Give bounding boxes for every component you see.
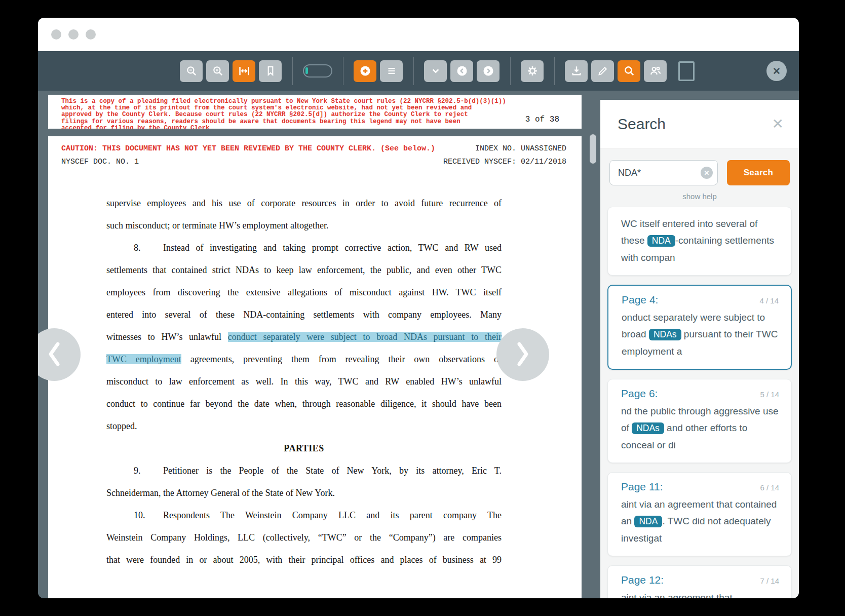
doc-text: Respondents The Weinstein Company LLC an… [163, 510, 502, 520]
clear-search-icon[interactable]: ✕ [701, 167, 713, 179]
search-panel-header: Search ✕ [600, 100, 799, 149]
paragraph-number: 8. [106, 237, 163, 259]
doc-line: conduct to continue far beyond the date … [106, 393, 502, 415]
doc-line: 10.Respondents The Weinstein Company LLC… [106, 504, 502, 526]
show-help-link[interactable]: show help [600, 192, 799, 201]
doc-line: stopped. [106, 415, 502, 437]
doc-line: TWC employment agreements, preventing th… [106, 348, 502, 370]
download-icon [570, 64, 583, 78]
search-result-card[interactable]: Page 12:7 / 14aint via an agreement that [607, 565, 792, 598]
toolbar-separator [413, 57, 414, 85]
document-scrollbar-thumb[interactable] [590, 134, 596, 164]
caution-line: CAUTION: THIS DOCUMENT HAS NOT YET BEEN … [61, 142, 435, 156]
edit-pencil-button[interactable] [591, 60, 614, 82]
match-badge: NDA [634, 516, 662, 527]
efiling-disclaimer: This is a copy of a pleading filed elect… [48, 95, 582, 129]
search-input-wrap: ✕ [609, 160, 718, 185]
next-circle-button[interactable] [477, 60, 500, 82]
result-snippet: WC itself entered into several of these … [621, 215, 779, 266]
result-count: 4 / 14 [759, 296, 779, 305]
toolbar: ✕ [38, 51, 799, 91]
bookmark-icon [264, 64, 277, 78]
add-icon [359, 64, 372, 78]
viewer-close-button[interactable]: ✕ [766, 61, 787, 81]
doc-text: agreements, preventing them from reveali… [181, 354, 502, 364]
paragraph-number: 10. [106, 504, 163, 526]
zoom-out-icon [185, 64, 198, 78]
search-result-card[interactable]: Page 6:5 / 14nd the public through aggre… [607, 379, 792, 463]
doc-text: witnesses to HW’s unlawful [106, 332, 228, 342]
zoom-in-icon [211, 64, 224, 78]
result-count: 6 / 14 [760, 483, 779, 492]
doc-text: Weinstein Company Holdings, LLC (collect… [106, 532, 502, 543]
zoom-out-button[interactable] [180, 60, 203, 82]
doc-text: settlements that contained strict NDAs t… [106, 265, 502, 275]
next-page-button[interactable] [496, 328, 549, 381]
list-button[interactable] [380, 60, 403, 82]
toolbar-separator [292, 57, 293, 85]
chevron-right-icon [514, 341, 531, 369]
users-icon [649, 64, 662, 78]
doc-text: Schneiderman, the Attorney General of th… [106, 488, 335, 498]
result-page-label: Page 6: [621, 388, 658, 400]
search-panel: Search ✕ ✕ Search show help WC itself en… [600, 100, 799, 598]
doc-line: supervise employees and his use of corpo… [106, 192, 502, 214]
window-control-close[interactable] [51, 29, 61, 40]
page-outline-icon [678, 61, 695, 81]
match-badge: NDA [647, 235, 675, 247]
settings-gear-icon [526, 64, 539, 78]
prev-circle-button[interactable] [450, 60, 473, 82]
search-button[interactable] [618, 60, 640, 82]
search-result-card[interactable]: WC itself entered into several of these … [607, 207, 792, 276]
window-control-minimize[interactable] [68, 29, 79, 40]
search-highlight: conduct separately were subject to broad… [228, 332, 502, 342]
settings-gear-button[interactable] [521, 60, 544, 82]
search-highlight: TWC employment [106, 354, 181, 364]
doc-section-heading: PARTIES [106, 437, 502, 459]
document-page-header: CAUTION: THIS DOCUMENT HAS NOT YET BEEN … [48, 136, 582, 169]
index-number: INDEX NO. UNASSIGNED [475, 142, 566, 156]
doc-line: settlements that contained strict NDAs t… [106, 259, 502, 281]
search-panel-close-button[interactable]: ✕ [772, 117, 784, 131]
doc-number: NYSCEF DOC. NO. 1 [61, 156, 139, 169]
search-results-list: WC itself entered into several of these … [600, 207, 799, 598]
result-card-header: Page 4:4 / 14 [622, 294, 779, 306]
zoom-in-button[interactable] [206, 60, 229, 82]
toolbar-separator [554, 57, 555, 85]
result-page-label: Page 11: [621, 481, 663, 493]
chevron-down-button[interactable] [424, 60, 447, 82]
doc-text: entered into several of these NDA-contai… [106, 310, 502, 320]
result-card-header: Page 6:5 / 14 [621, 388, 779, 400]
search-result-card[interactable]: Page 11:6 / 14aint via an agreement that… [607, 472, 792, 556]
doc-line: misconduct to law enforcement as well. I… [106, 370, 502, 393]
result-snippet: nd the public through aggressive use of … [621, 403, 779, 453]
window-controls [51, 29, 96, 40]
search-panel-title: Search [618, 115, 666, 133]
add-button[interactable] [354, 60, 376, 82]
content-area: This is a copy of a pleading filed elect… [38, 91, 799, 598]
page-indicator: 3 of 38 [525, 115, 559, 124]
doc-text: Petitioner is the People of the State of… [163, 466, 502, 476]
bookmark-button[interactable] [259, 60, 282, 82]
progress-pill-toggle[interactable] [303, 64, 332, 78]
pill-tick-mark [305, 67, 308, 74]
doc-line: Schneiderman, the Attorney General of th… [106, 482, 502, 504]
search-button[interactable]: Search [727, 160, 790, 185]
snippet-text: aint via an agreement that [621, 592, 733, 598]
toolbar-separator [510, 57, 511, 85]
toolbar-separator [343, 57, 343, 85]
result-card-header: Page 12:7 / 14 [621, 574, 779, 586]
search-result-card[interactable]: Page 4:4 / 14onduct separately were subj… [607, 285, 792, 370]
toolbar-items [180, 57, 695, 85]
users-button[interactable] [644, 60, 667, 82]
window-control-zoom[interactable] [86, 29, 96, 40]
download-button[interactable] [565, 60, 588, 82]
chevron-down-icon [429, 64, 442, 78]
doc-text: misconduct to law enforcement as well. I… [106, 376, 502, 387]
doc-text: such misconduct; or terminate HW’s emplo… [106, 220, 328, 230]
doc-text: stopped. [106, 421, 137, 431]
match-badge: NDAs [649, 329, 681, 340]
fit-width-button[interactable] [233, 60, 255, 82]
result-page-label: Page 12: [621, 574, 664, 586]
search-icon [623, 64, 636, 78]
